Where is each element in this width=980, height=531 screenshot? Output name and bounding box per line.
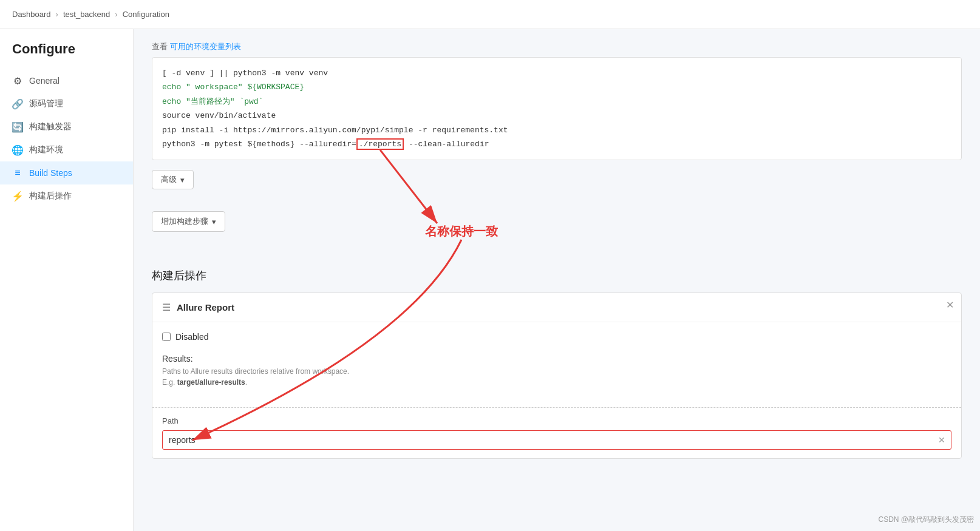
watermark: CSDN @敲代码敲到头发茂密 <box>878 515 974 525</box>
results-label: Results: <box>162 354 951 364</box>
breadcrumb-dashboard[interactable]: Dashboard <box>12 10 51 19</box>
sidebar-item-label: Build Steps <box>29 168 72 178</box>
results-desc-2: E.g. target/allure-results. <box>162 377 951 388</box>
add-step-button[interactable]: 增加构建步骤 ▾ <box>152 211 225 232</box>
path-label: Path <box>162 416 951 425</box>
chevron-down-icon: ▾ <box>212 217 216 226</box>
gear-icon: ⚙ <box>12 75 23 86</box>
chevron-down-icon: ▾ <box>180 175 185 184</box>
results-desc-1: Paths to Allure results directories rela… <box>162 366 951 377</box>
main-content: 查看 可用的环境变量列表 [ -d venv ] || python3 -m v… <box>134 29 980 531</box>
post-build-icon: ⚡ <box>12 191 23 201</box>
path-input[interactable] <box>162 430 951 450</box>
path-input-wrap: ✕ <box>162 430 951 450</box>
code-line-3: echo "当前路径为" `pwd` <box>162 95 951 109</box>
code-block: [ -d venv ] || python3 -m venv venv echo… <box>152 57 962 160</box>
path-row: Path ✕ <box>152 407 961 458</box>
sidebar-item-source[interactable]: 🔗 源码管理 <box>0 92 133 115</box>
allure-card: ☰ Allure Report ✕ Disabled Results: Path… <box>152 293 962 459</box>
sidebar: Configure ⚙ General 🔗 源码管理 🔄 构建触发器 🌐 构建环… <box>0 29 134 531</box>
menu-icon: ☰ <box>162 302 171 313</box>
env-link-section: 查看 可用的环境变量列表 <box>152 41 962 52</box>
breadcrumb: Dashboard › test_backend › Configuration <box>12 10 169 19</box>
sidebar-item-env[interactable]: 🌐 构建环境 <box>0 138 133 161</box>
code-line-4: source venv/bin/activate <box>162 109 951 123</box>
sidebar-item-label: 源码管理 <box>29 98 63 109</box>
sidebar-item-label: 构建触发器 <box>29 121 72 132</box>
results-section: Results: Paths to Allure results directo… <box>162 354 951 388</box>
code-line-2: echo " workspace" ${WORKSPACE} <box>162 80 951 94</box>
code-line-6: python3 -m pytest ${methods} --alluredir… <box>162 137 951 151</box>
source-icon: 🔗 <box>12 98 23 109</box>
sidebar-item-post-build[interactable]: ⚡ 构建后操作 <box>0 184 133 208</box>
sidebar-item-trigger[interactable]: 🔄 构建触发器 <box>0 115 133 138</box>
allure-card-header: ☰ Allure Report ✕ <box>152 293 961 322</box>
env-link[interactable]: 可用的环境变量列表 <box>170 42 241 51</box>
sidebar-item-label: 构建后操作 <box>29 191 72 201</box>
path-clear-button[interactable]: ✕ <box>938 435 945 445</box>
trigger-icon: 🔄 <box>12 121 23 132</box>
env-icon: 🌐 <box>12 144 23 155</box>
allure-card-title: Allure Report <box>177 302 234 313</box>
advanced-button[interactable]: 高级 ▾ <box>152 170 194 189</box>
post-build-section: 构建后操作 ☰ Allure Report ✕ Disabled Result <box>152 268 962 459</box>
close-allure-button[interactable]: ✕ <box>946 300 954 310</box>
post-build-title: 构建后操作 <box>152 268 962 283</box>
sidebar-item-label: 构建环境 <box>29 144 63 155</box>
sidebar-item-label: General <box>29 76 60 86</box>
disabled-checkbox[interactable] <box>162 333 171 341</box>
code-highlight-reports: ./reports <box>356 138 404 150</box>
breadcrumb-config: Configuration <box>123 10 169 19</box>
breadcrumb-project[interactable]: test_backend <box>63 10 110 19</box>
code-line-1: [ -d venv ] || python3 -m venv venv <box>162 66 951 80</box>
sidebar-item-build-steps[interactable]: ≡ Build Steps <box>0 161 133 184</box>
build-steps-icon: ≡ <box>12 167 23 178</box>
disabled-label: Disabled <box>175 332 208 342</box>
disabled-checkbox-row: Disabled <box>162 332 951 342</box>
sidebar-title: Configure <box>0 41 133 69</box>
sidebar-item-general[interactable]: ⚙ General <box>0 69 133 92</box>
allure-card-body: Disabled Results: Paths to Allure result… <box>152 322 961 407</box>
code-line-5: pip install -i https://mirrors.aliyun.co… <box>162 123 951 137</box>
